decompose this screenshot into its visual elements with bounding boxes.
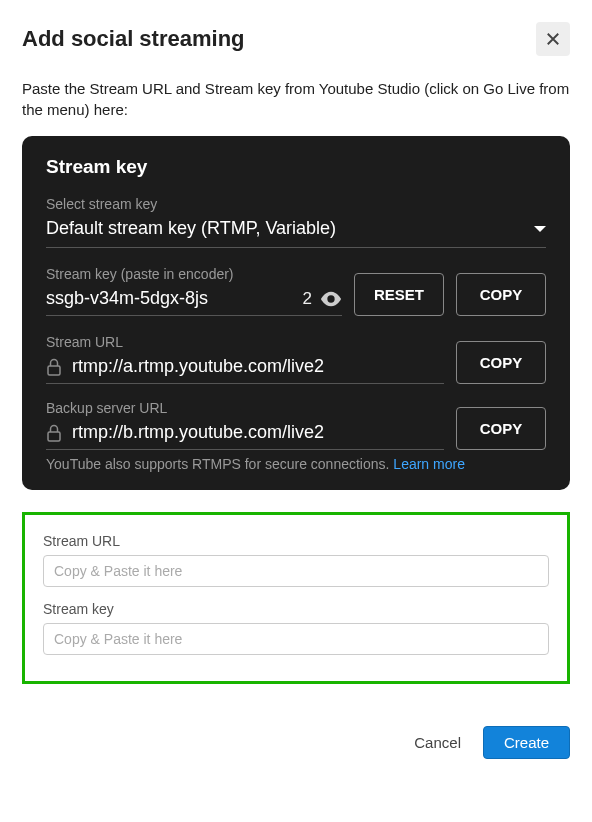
stream-key-input-line: ssgb-v34m-5dgx-8js 2 bbox=[46, 288, 342, 316]
backup-url-field: Backup server URL rtmp://b.rtmp.youtube.… bbox=[46, 400, 444, 450]
youtube-stream-panel: Stream key Select stream key Default str… bbox=[22, 136, 570, 490]
select-stream-key-field: Select stream key Default stream key (RT… bbox=[46, 196, 546, 248]
backup-url-label: Backup server URL bbox=[46, 400, 444, 416]
backup-url-value[interactable]: rtmp://b.rtmp.youtube.com/live2 bbox=[72, 422, 444, 443]
panel-title: Stream key bbox=[46, 156, 546, 178]
stream-url-input-line: rtmp://a.rtmp.youtube.com/live2 bbox=[46, 356, 444, 384]
stream-key-group: Stream key bbox=[43, 601, 549, 655]
svg-rect-2 bbox=[48, 432, 60, 441]
modal-header: Add social streaming bbox=[22, 22, 570, 56]
stream-key-value[interactable]: ssgb-v34m-5dgx-8js bbox=[46, 288, 295, 309]
stream-key-form-label: Stream key bbox=[43, 601, 549, 617]
stream-url-input[interactable] bbox=[43, 555, 549, 587]
stream-url-group: Stream URL bbox=[43, 533, 549, 587]
lock-icon bbox=[46, 424, 62, 442]
chevron-down-icon bbox=[534, 226, 546, 232]
close-button[interactable] bbox=[536, 22, 570, 56]
stream-url-form-label: Stream URL bbox=[43, 533, 549, 549]
stream-key-select[interactable]: Default stream key (RTMP, Variable) bbox=[46, 218, 546, 248]
copy-url-button[interactable]: COPY bbox=[456, 341, 546, 384]
stream-url-value[interactable]: rtmp://a.rtmp.youtube.com/live2 bbox=[72, 356, 444, 377]
modal-footer: Cancel Create bbox=[0, 706, 592, 759]
instruction-text: Paste the Stream URL and Stream key from… bbox=[22, 78, 570, 120]
svg-point-0 bbox=[327, 295, 334, 302]
backup-url-input-line: rtmp://b.rtmp.youtube.com/live2 bbox=[46, 422, 444, 450]
svg-rect-1 bbox=[48, 366, 60, 375]
reset-button[interactable]: RESET bbox=[354, 273, 444, 316]
stream-key-label: Stream key (paste in encoder) bbox=[46, 266, 342, 282]
add-social-streaming-modal: Add social streaming Paste the Stream UR… bbox=[0, 0, 592, 706]
eye-icon[interactable] bbox=[320, 291, 342, 307]
modal-title: Add social streaming bbox=[22, 26, 245, 52]
stream-key-input[interactable] bbox=[43, 623, 549, 655]
copy-backup-button[interactable]: COPY bbox=[456, 407, 546, 450]
stream-url-row: Stream URL rtmp://a.rtmp.youtube.com/liv… bbox=[46, 334, 546, 384]
select-stream-key-label: Select stream key bbox=[46, 196, 546, 212]
stream-key-row: Stream key (paste in encoder) ssgb-v34m-… bbox=[46, 266, 546, 316]
stream-key-suffix: 2 bbox=[303, 289, 312, 309]
cancel-button[interactable]: Cancel bbox=[408, 726, 467, 759]
close-icon bbox=[544, 30, 562, 48]
copy-key-button[interactable]: COPY bbox=[456, 273, 546, 316]
backup-url-row: Backup server URL rtmp://b.rtmp.youtube.… bbox=[46, 400, 546, 450]
lock-icon bbox=[46, 358, 62, 376]
footer-text: YouTube also supports RTMPS for secure c… bbox=[46, 456, 393, 472]
input-highlight-box: Stream URL Stream key bbox=[22, 512, 570, 684]
select-value: Default stream key (RTMP, Variable) bbox=[46, 218, 336, 239]
stream-url-label: Stream URL bbox=[46, 334, 444, 350]
stream-key-field: Stream key (paste in encoder) ssgb-v34m-… bbox=[46, 266, 342, 316]
stream-url-field: Stream URL rtmp://a.rtmp.youtube.com/liv… bbox=[46, 334, 444, 384]
learn-more-link[interactable]: Learn more bbox=[393, 456, 465, 472]
panel-footer: YouTube also supports RTMPS for secure c… bbox=[46, 456, 546, 472]
create-button[interactable]: Create bbox=[483, 726, 570, 759]
